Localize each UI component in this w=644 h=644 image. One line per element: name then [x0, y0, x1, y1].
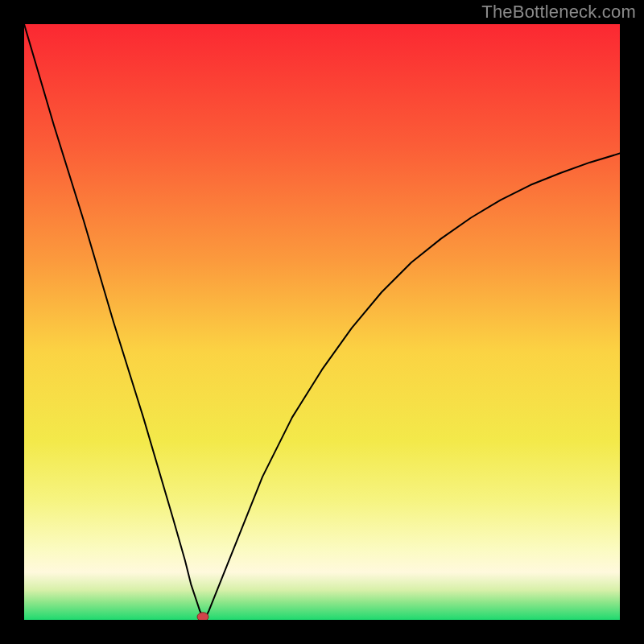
optimum-marker: [197, 613, 208, 620]
chart-svg: [24, 24, 620, 620]
plot-area: [24, 24, 620, 620]
chart-frame: TheBottleneck.com: [0, 0, 644, 644]
watermark-text: TheBottleneck.com: [481, 2, 636, 23]
